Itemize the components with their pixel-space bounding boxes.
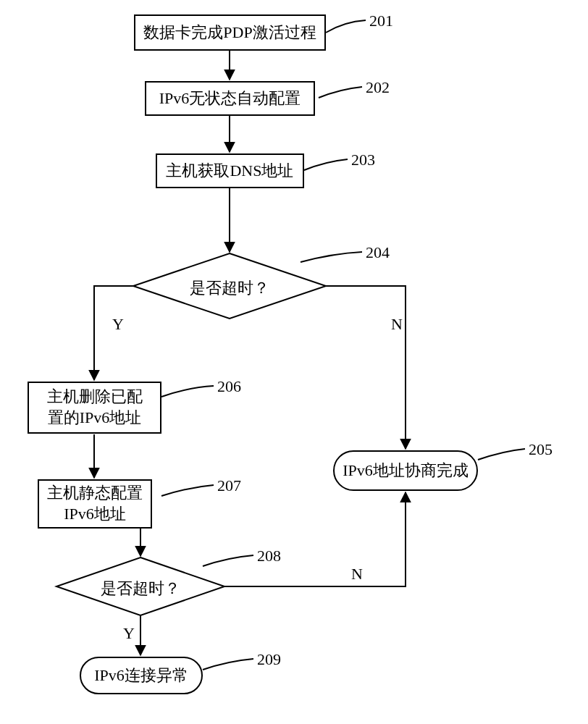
step-209-label: IPv6连接异常 xyxy=(94,665,188,686)
step-204-label: 是否超时？ xyxy=(186,277,273,299)
ref-203: 203 xyxy=(351,151,375,169)
label-no-208: N xyxy=(351,565,363,584)
ref-207: 207 xyxy=(217,476,241,495)
label-no-204: N xyxy=(391,315,403,334)
step-202: IPv6无状态自动配置 xyxy=(145,81,315,116)
label-yes-204: Y xyxy=(112,315,124,334)
ref-202: 202 xyxy=(366,78,390,97)
step-208-label: 是否超时？ xyxy=(97,578,184,599)
ref-205: 205 xyxy=(529,440,553,459)
step-203-label: 主机获取DNS地址 xyxy=(166,161,293,182)
step-207: 主机静态配置 IPv6地址 xyxy=(38,479,152,529)
step-209: IPv6连接异常 xyxy=(80,657,203,694)
step-201: 数据卡完成PDP激活过程 xyxy=(134,14,326,51)
ref-209: 209 xyxy=(257,650,281,669)
step-202-label: IPv6无状态自动配置 xyxy=(159,88,301,109)
ref-204: 204 xyxy=(366,243,390,262)
label-yes-208: Y xyxy=(123,624,135,643)
step-205-label: IPv6地址协商完成 xyxy=(343,460,469,481)
step-206: 主机删除已配 置的IPv6地址 xyxy=(28,382,161,434)
ref-201: 201 xyxy=(369,12,393,30)
step-207-label: 主机静态配置 IPv6地址 xyxy=(47,483,143,524)
ref-206: 206 xyxy=(217,377,241,396)
step-206-label: 主机删除已配 置的IPv6地址 xyxy=(47,387,143,428)
step-203: 主机获取DNS地址 xyxy=(156,153,304,188)
step-201-label: 数据卡完成PDP激活过程 xyxy=(143,22,316,43)
ref-208: 208 xyxy=(257,547,281,565)
step-205: IPv6地址协商完成 xyxy=(333,450,478,491)
